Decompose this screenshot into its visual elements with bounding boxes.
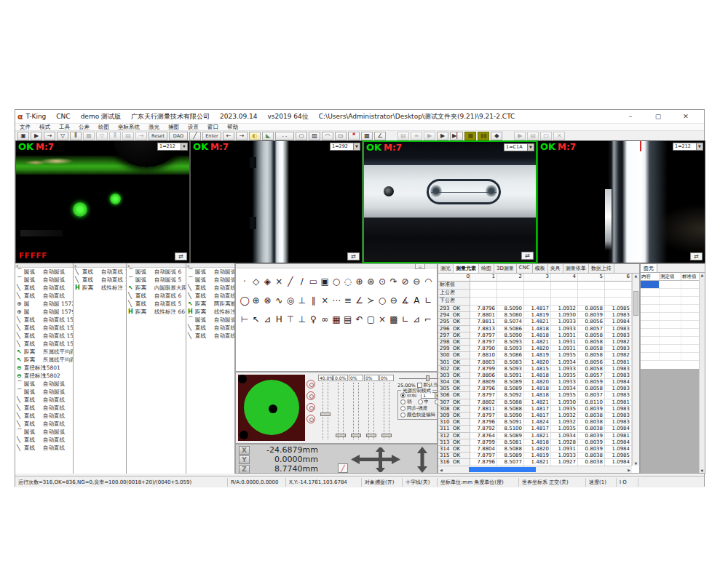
toolbar-icon-button[interactable]: Ⅱ — [109, 132, 121, 140]
toolbar-icon-button[interactable]: ▭ — [335, 132, 347, 140]
toolbar-icon-button[interactable]: ∠ — [374, 132, 386, 140]
toolbar-icon-button[interactable]: ≡ — [411, 132, 422, 140]
tab-模板[interactable]: 模板 — [533, 264, 548, 273]
pan-icon[interactable]: ⇄ — [175, 252, 187, 260]
element-panel-scrollbar[interactable]: ▲▼ — [699, 273, 705, 473]
toolbar-icon-button[interactable]: ▶▏ — [450, 132, 463, 140]
feature-item[interactable]: ⊖直径标注15802 — [15, 372, 73, 380]
table-vscrollbar[interactable]: ▲▼ — [632, 274, 639, 466]
feature-item[interactable]: ╲直线自动直线 2 — [186, 332, 234, 340]
tool-icon[interactable]: ⋯ — [331, 295, 342, 306]
chevron-down-icon[interactable]: ▼ — [181, 143, 187, 150]
tool-icon[interactable]: ⌐ — [422, 314, 434, 325]
ring-option-icon[interactable] — [306, 380, 315, 388]
tool-icon[interactable]: ⊤ — [285, 314, 296, 325]
feature-item[interactable]: ⌒圆弧自动圆弧 3 — [186, 316, 234, 324]
title-bar[interactable]: α T-King CNC demo 测试版 广东天行测量技术有限公司 2023.… — [15, 110, 704, 124]
tool-icon[interactable]: ⊥ — [296, 295, 308, 306]
toolbar-icon-button[interactable]: ◣ — [262, 132, 274, 140]
toolbar-icon-button[interactable]: ▩ — [83, 132, 95, 140]
toolbar-icon-button[interactable]: → — [135, 132, 147, 140]
feature-item[interactable]: ↖距离所属线平均距 — [15, 356, 73, 364]
table-row[interactable]: 315OK7.87978.50891.48191.09330.80381.098… — [438, 453, 632, 459]
tool-icon[interactable]: × — [273, 276, 285, 287]
menu-item-窗口[interactable]: 窗口 — [203, 124, 223, 131]
feature-item[interactable]: ╲直线自动直线 — [15, 412, 73, 420]
table-row[interactable]: 308OK7.88118.50881.48171.09350.80391.098… — [438, 406, 632, 412]
camera-panel-2[interactable]: OK M:7 1=292▼ ⇄ — [190, 140, 363, 263]
tab-element[interactable]: 图元 — [641, 264, 657, 272]
table-row[interactable]: 306OK7.87978.50921.48181.09350.80371.098… — [438, 392, 632, 399]
tool-icon[interactable]: ⊖ — [411, 276, 422, 287]
ring-option-icon[interactable] — [306, 403, 315, 412]
menu-item-激光[interactable]: 激光 — [144, 124, 164, 131]
feature-item[interactable]: ╲直线自动直线 5 — [127, 300, 186, 308]
diagonal-move-button[interactable]: ╱ — [338, 463, 348, 473]
slider-thumb[interactable] — [381, 434, 392, 437]
toolbar-icon-button[interactable]: ← — [223, 132, 234, 140]
table-row[interactable]: 311OK7.87928.51001.48171.09350.80381.098… — [438, 426, 632, 432]
tool-icon[interactable]: ▭ — [308, 276, 320, 287]
camera-panel-1[interactable]: OK M:7 1=212▼ FFFFF ⇄ — [15, 140, 190, 263]
camera-panel-3[interactable]: OK M:7 1=C1A▼ ⇄ — [363, 140, 537, 263]
tool-icon[interactable]: A — [411, 295, 422, 306]
camera-scale-combo[interactable]: 1=292▼ — [330, 143, 360, 151]
element-row[interactable] — [641, 305, 705, 313]
tool-icon[interactable]: ∥ — [308, 295, 320, 306]
table-hscrollbar[interactable]: ◀▶ — [438, 466, 632, 473]
chevron-down-icon[interactable]: ▼ — [527, 144, 534, 151]
tool-icon[interactable]: ▣ — [319, 276, 331, 287]
slider-thumb[interactable] — [366, 434, 376, 437]
toolbar-icon-button[interactable]: ▩ — [361, 132, 373, 140]
toolbar-icon-button[interactable]: ▤ — [122, 132, 134, 140]
radio-color-edit[interactable] — [400, 412, 405, 418]
tab-测光[interactable]: 测光 — [438, 264, 454, 273]
tool-icon[interactable]: ◌ — [342, 276, 354, 287]
table-row[interactable]: 302OK7.87998.50931.48151.09330.80581.098… — [438, 366, 632, 372]
feature-item[interactable]: ⊖直径标注15801 — [15, 364, 73, 372]
toolbar-icon-button[interactable]: ◆ — [491, 132, 502, 140]
tool-icon[interactable]: ↷ — [388, 276, 400, 287]
feature-item[interactable]: ╲直线自动直线 3 — [186, 284, 234, 292]
feature-item[interactable]: ╲直线自动直线 — [15, 284, 73, 292]
pan-icon[interactable]: ⇄ — [690, 252, 703, 260]
toolbar-button-dao[interactable]: DAO — [169, 132, 188, 140]
toolbar-icon-button[interactable]: ◐ — [249, 132, 261, 140]
table-row[interactable]: 304OK7.88098.50891.48201.09330.80591.098… — [438, 379, 632, 386]
radio-linked[interactable] — [400, 393, 405, 398]
toolbar-button-reset[interactable]: Reset — [149, 132, 167, 140]
pan-icon[interactable]: ⇄ — [521, 252, 534, 260]
tool-icon[interactable]: ↶ — [354, 314, 365, 325]
toolbar-icon-button[interactable]: ▤ — [527, 132, 539, 140]
table-row[interactable]: 299OK7.87908.50931.48201.09310.80581.098… — [438, 346, 632, 352]
toolbar-icon-button[interactable]: ◠ — [322, 132, 333, 140]
menu-item-捕图[interactable]: 捕图 — [164, 124, 183, 131]
tab-测量依单[interactable]: 测量依单 — [563, 264, 589, 273]
tool-icon[interactable]: ⊙ — [376, 276, 388, 287]
tool-icon[interactable]: ⊖ — [388, 295, 400, 306]
feature-item[interactable]: ↖距离所属线平均距 — [15, 348, 73, 356]
feature-item[interactable]: ⌒圆弧自动圆弧 — [15, 380, 73, 388]
element-row[interactable] — [641, 353, 705, 361]
tool-icon[interactable]: ⊗ — [262, 295, 274, 306]
tool-icon[interactable]: × — [376, 314, 388, 325]
tool-icon[interactable]: ◎ — [285, 295, 296, 306]
table-row[interactable]: 305OK7.87968.50891.48181.09340.80581.098… — [438, 386, 632, 392]
tool-icon[interactable]: ▦ — [331, 314, 342, 325]
table-row[interactable]: 295OK7.88118.50741.48211.09330.80561.098… — [438, 319, 632, 325]
ring-option-icon[interactable] — [306, 391, 315, 400]
tool-icon[interactable]: ∡ — [400, 295, 411, 306]
table-row[interactable]: 309OK7.87978.50901.48171.09320.80381.098… — [438, 412, 632, 419]
tool-icon[interactable]: Η — [273, 314, 285, 325]
palette-window-icon[interactable]: ▭ — [415, 263, 425, 269]
toolbar-icon-button[interactable]: ▶ — [437, 132, 448, 140]
element-row[interactable] — [641, 345, 705, 353]
toolbar-icon-button[interactable]: ▽ — [96, 132, 108, 140]
toolbar-icon-button[interactable]: × — [553, 132, 565, 140]
tool-icon[interactable]: ♀ — [308, 314, 320, 325]
toolbar-button-enter[interactable]: Enter — [202, 132, 221, 140]
tool-icon[interactable]: ∞ — [319, 314, 331, 325]
tool-icon[interactable]: ≻ — [365, 295, 376, 306]
tool-icon[interactable]: ↖ — [250, 314, 262, 325]
feature-item[interactable]: ╲直线自动直线 3 — [74, 276, 126, 284]
